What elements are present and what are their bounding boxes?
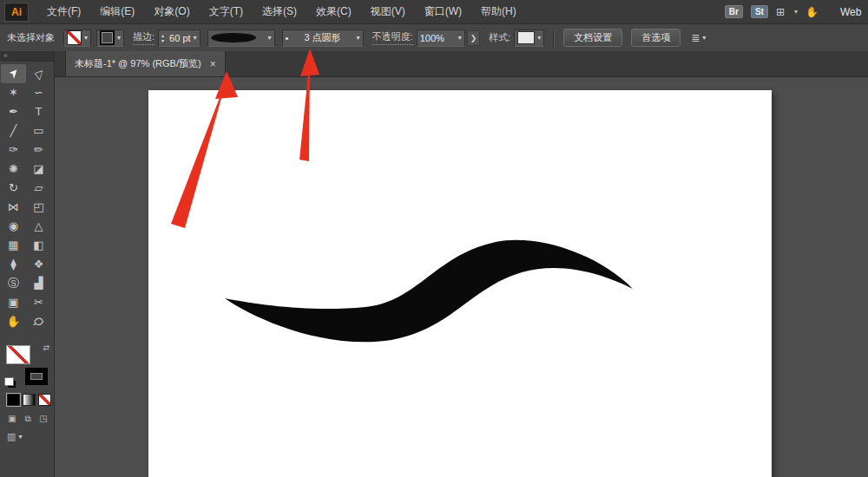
column-graph-tool[interactable]: ▟: [26, 274, 51, 293]
artwork-layer: [148, 90, 772, 477]
menu-view[interactable]: 视图(V): [361, 4, 415, 19]
align-lines-icon: ≣: [691, 32, 700, 44]
style-swatch-dropdown[interactable]: ▾: [514, 29, 544, 47]
tools-panel: « ➤ ▷ ✶ ∽ ✒ T ╱ ▭ ✑ ✏ ✺ ◪ ↻ ▱ ⋈ ◰ ◉ △ ▦ …: [0, 51, 55, 477]
menu-window[interactable]: 窗口(W): [415, 4, 471, 19]
toolbar-collapse[interactable]: «: [0, 51, 54, 62]
close-icon[interactable]: ×: [210, 58, 216, 70]
menu-bar: Ai 文件(F) 编辑(E) 对象(O) 文字(T) 选择(S) 效果(C) 视…: [0, 0, 868, 24]
arrange-documents-dropdown-icon[interactable]: ▾: [794, 8, 798, 16]
touch-workspace-icon[interactable]: ✋: [806, 6, 819, 18]
stroke-color-box[interactable]: [25, 368, 48, 385]
none-button[interactable]: [38, 394, 51, 406]
color-button[interactable]: [7, 394, 20, 406]
arrange-documents-icon[interactable]: ⊞: [776, 6, 785, 18]
style-swatch-icon: [517, 31, 535, 44]
shape-builder-tool[interactable]: ◉: [1, 217, 26, 236]
default-colors-icon[interactable]: [4, 377, 14, 386]
align-dropdown[interactable]: ≣ ▾: [691, 32, 706, 44]
blob-brush-tool[interactable]: ✺: [1, 160, 26, 179]
artboard-tool[interactable]: ▣: [1, 293, 26, 312]
document-tab[interactable]: 未标题-1* @ 97% (RGB/预览) ×: [65, 51, 226, 76]
selection-tool[interactable]: ➤: [1, 64, 26, 83]
canvas-region: 未标题-1* @ 97% (RGB/预览) ×: [55, 51, 868, 477]
draw-inside-button[interactable]: ◳: [36, 414, 50, 424]
gradient-tool[interactable]: ◧: [26, 236, 51, 255]
opacity-panel-link[interactable]: 不透明度:: [372, 30, 413, 45]
pencil-tool[interactable]: ✏: [26, 140, 51, 160]
screen-mode-button[interactable]: ▥ ▾: [7, 431, 54, 442]
menu-edit[interactable]: 编辑(E): [90, 4, 144, 19]
menu-file[interactable]: 文件(F): [37, 4, 90, 19]
document-setup-button[interactable]: 文档设置: [563, 29, 622, 47]
stock-button[interactable]: St: [751, 5, 768, 18]
fill-color-box[interactable]: [6, 345, 30, 364]
stroke-color-dropdown[interactable]: ▾: [96, 29, 124, 47]
scale-tool[interactable]: ▱: [26, 179, 51, 198]
paintbrush-tool[interactable]: ✑: [1, 140, 26, 160]
menu-help[interactable]: 帮助(H): [471, 4, 526, 19]
menu-select[interactable]: 选择(S): [253, 4, 306, 19]
menu-type[interactable]: 文字(T): [200, 4, 253, 19]
direct-selection-tool-icon: ▷: [29, 64, 49, 83]
symbol-sprayer-tool[interactable]: Ⓢ: [1, 274, 26, 293]
magic-wand-tool[interactable]: ✶: [1, 83, 26, 102]
stepper-down-icon[interactable]: ▾: [161, 38, 164, 43]
menu-effect[interactable]: 效果(C): [306, 4, 361, 19]
zoom-tool[interactable]: Ϙ: [26, 312, 51, 331]
free-transform-tool[interactable]: ◰: [26, 198, 51, 217]
eyedropper-tool[interactable]: ⧫: [1, 255, 26, 274]
canvas-area[interactable]: [55, 76, 868, 477]
direct-selection-tool[interactable]: ▷: [26, 64, 51, 83]
draw-behind-button[interactable]: ⧉: [21, 414, 35, 424]
chevron-down-icon[interactable]: ▾: [458, 34, 462, 42]
eraser-tool[interactable]: ◪: [26, 160, 51, 179]
document-tab-bar: 未标题-1* @ 97% (RGB/预览) ×: [55, 51, 868, 77]
pen-tool[interactable]: ✒: [1, 102, 26, 121]
width-profile-icon: [211, 33, 256, 42]
rectangle-tool[interactable]: ▭: [26, 121, 51, 140]
separator: [553, 29, 555, 47]
screen-mode-icon: ▥: [7, 431, 16, 442]
mesh-tool[interactable]: ▦: [1, 236, 26, 255]
rotate-tool[interactable]: ↻: [1, 179, 26, 198]
menu-object[interactable]: 对象(O): [144, 4, 199, 19]
gradient-button[interactable]: [23, 394, 36, 406]
draw-mode-row: ▣ ⧉ ◳: [5, 414, 54, 424]
stroke-panel-link[interactable]: 描边:: [133, 30, 155, 45]
stroke-weight-stepper[interactable]: ▴ ▾: [161, 33, 164, 43]
fill-color-dropdown[interactable]: ▾: [63, 29, 91, 47]
brush-bullet-icon: •: [286, 33, 289, 43]
draw-normal-button[interactable]: ▣: [5, 414, 19, 424]
opacity-value[interactable]: 100%: [420, 33, 444, 43]
main-area: « ➤ ▷ ✶ ∽ ✒ T ╱ ▭ ✑ ✏ ✺ ◪ ↻ ▱ ⋈ ◰ ◉ △ ▦ …: [0, 51, 868, 477]
opacity-field[interactable]: 100% ▾: [417, 29, 465, 47]
hand-tool[interactable]: ✋: [1, 312, 26, 331]
chevron-down-icon: ▾: [84, 34, 88, 42]
chevron-down-icon: ▾: [537, 34, 541, 42]
type-tool[interactable]: T: [26, 102, 51, 121]
artboard[interactable]: [148, 90, 772, 477]
swoosh-shape[interactable]: [225, 240, 633, 342]
bridge-button[interactable]: Br: [725, 5, 743, 18]
stroke-weight-value[interactable]: 60 pt: [169, 33, 190, 43]
app-logo[interactable]: Ai: [4, 3, 29, 22]
brush-definition-dropdown[interactable]: • 3 点圆形 ▾: [282, 29, 364, 47]
tool-grid: ➤ ▷ ✶ ∽ ✒ T ╱ ▭ ✑ ✏ ✺ ◪ ↻ ▱ ⋈ ◰ ◉ △ ▦ ◧ …: [0, 62, 54, 331]
width-tool[interactable]: ⋈: [1, 198, 26, 217]
opacity-more-button[interactable]: ❯: [467, 30, 481, 46]
chevron-down-icon: ▾: [18, 433, 22, 441]
lasso-tool[interactable]: ∽: [26, 83, 51, 102]
blend-tool[interactable]: ❖: [26, 255, 51, 274]
preferences-button[interactable]: 首选项: [631, 29, 681, 47]
workspace-switcher[interactable]: Web: [840, 6, 865, 18]
swap-fill-stroke-icon[interactable]: ⇄: [43, 343, 49, 352]
chevron-down-icon: ▾: [268, 34, 272, 42]
line-segment-tool[interactable]: ╱: [1, 121, 26, 140]
width-profile-dropdown[interactable]: ▾: [207, 29, 275, 47]
perspective-grid-tool[interactable]: △: [26, 217, 51, 236]
stroke-weight-field[interactable]: ▴ ▾ 60 pt ▾: [158, 29, 201, 47]
chevron-down-icon: ▾: [117, 34, 121, 42]
slice-tool[interactable]: ✂: [26, 293, 51, 312]
chevron-down-icon[interactable]: ▾: [194, 34, 197, 42]
